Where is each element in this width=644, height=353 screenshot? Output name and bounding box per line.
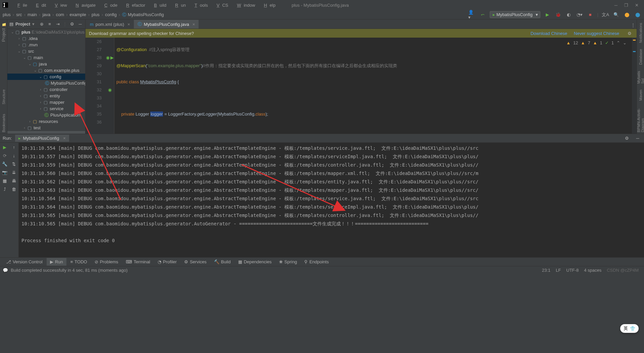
caret-position[interactable]: 23:1: [539, 268, 553, 273]
close-icon[interactable]: ×: [63, 136, 66, 141]
tree-controller[interactable]: ›▢controller: [7, 86, 85, 93]
tab-mybatis-config[interactable]: ⒸMybatisPlusConfig.java×: [134, 20, 199, 29]
maven-tool-button[interactable]: Maven: [639, 88, 643, 102]
mybatis-sql-tool-button[interactable]: Mybatis Sql: [637, 70, 644, 85]
bottom-tab-endpoints[interactable]: ⚲Endpoints: [301, 258, 332, 266]
stop-icon[interactable]: ⟳: [3, 153, 7, 158]
menu-build[interactable]: Build: [149, 1, 169, 9]
tree-root[interactable]: ⌄▢plus E:\ideaDaiMaSX1\plus\plus: [7, 29, 85, 35]
tree-src[interactable]: ⌄▢src: [7, 48, 85, 54]
tree-service[interactable]: ›▢service: [7, 105, 85, 112]
tabs-menu-icon[interactable]: ⋮: [629, 21, 637, 29]
tree-package[interactable]: ⌄▢com.example.plus: [7, 67, 85, 74]
project-tool-button[interactable]: Project 📁: [1, 21, 6, 43]
hide-pane-icon[interactable]: ─: [77, 20, 83, 28]
menu-window[interactable]: Window: [231, 1, 258, 9]
minimize-button[interactable]: ─: [614, 3, 618, 8]
bottom-tab-dependencies[interactable]: ▦Dependencies: [235, 258, 275, 266]
console-output[interactable]: 10:31:10.554 [main] DEBUG com.baomidou.m…: [19, 143, 644, 257]
layout-icon[interactable]: ▦: [3, 178, 7, 183]
bottom-tab-spring[interactable]: ❀Spring: [276, 258, 301, 266]
tree-config[interactable]: ⌄▢config: [7, 74, 85, 80]
stop-button[interactable]: ■: [587, 11, 594, 18]
spring-bean-icon[interactable]: ◉: [106, 54, 110, 62]
bottom-tab-run[interactable]: ▶Run: [47, 258, 66, 266]
soft-wrap-icon[interactable]: ⇅: [12, 162, 16, 167]
expand-all-icon[interactable]: ≡: [47, 20, 53, 28]
crumb-example[interactable]: example: [70, 12, 86, 17]
search-everywhere-icon[interactable]: 🔍: [612, 11, 620, 18]
tree-mvn[interactable]: ›▢.mvn: [7, 42, 85, 48]
never-suggest-link[interactable]: Never suggest Chinese: [574, 31, 619, 36]
menu-code[interactable]: Code: [99, 1, 120, 9]
bottom-tab-version-control[interactable]: ⎇Version Control: [3, 258, 46, 266]
build-hammer-icon[interactable]: ⤺: [479, 11, 486, 18]
menu-tools[interactable]: Tools: [189, 1, 211, 9]
tree-mapper[interactable]: ›▢mapper: [7, 99, 85, 105]
crumb-java[interactable]: java: [42, 12, 50, 17]
ide-update-icon[interactable]: ⬤: [623, 11, 631, 18]
breadcrumbs[interactable]: plus›src›main›java›com›example›plus›conf…: [3, 12, 164, 18]
tree-java[interactable]: ⌄▢java: [7, 61, 85, 67]
project-pane-title[interactable]: Project: [15, 21, 30, 27]
run-config-selector[interactable]: ▸ MybatisPlusConfig▾: [490, 11, 540, 18]
ime-indicator[interactable]: 英👕: [620, 324, 639, 333]
translate-icon[interactable]: 文A: [602, 11, 609, 18]
bottom-tab-build[interactable]: 🔨Build: [211, 258, 234, 266]
menu-run[interactable]: Run: [170, 1, 189, 9]
notifications-tool-button[interactable]: Notifications: [639, 21, 643, 44]
tree-entity[interactable]: ›▢entity: [7, 93, 85, 99]
line-separator[interactable]: LF: [553, 268, 564, 273]
code-editor[interactable]: 2627282930313233343536 ◉▶ ◉ @Configurati…: [86, 38, 637, 134]
collapse-all-icon[interactable]: ⇥: [55, 20, 61, 28]
bottom-tab-profiler[interactable]: ◔Profiler: [154, 258, 180, 266]
tree-resources[interactable]: ›▢resources: [7, 118, 85, 125]
bookmarks-tool-button[interactable]: Bookmarks: [2, 113, 6, 134]
banner-settings-icon[interactable]: ⚙: [626, 30, 633, 37]
settings-icon[interactable]: ⚙: [69, 20, 75, 28]
tree-scrollbar[interactable]: [7, 131, 85, 134]
bottom-tab-problems[interactable]: ⊘Problems: [91, 258, 122, 266]
project-tree[interactable]: ⌄▢plus E:\ideaDaiMaSX1\plus\plus ›▢.idea…: [7, 29, 85, 134]
run-gutter-icon[interactable]: ▶: [110, 54, 114, 62]
print-icon[interactable]: 🖶: [12, 178, 16, 183]
avatar-icon[interactable]: ⬤: [634, 11, 641, 18]
tree-test[interactable]: ›▢test: [7, 125, 85, 131]
hide-run-icon[interactable]: ─: [634, 135, 641, 142]
rerun-icon[interactable]: ▶: [3, 145, 6, 150]
run-button[interactable]: ▶: [544, 11, 551, 18]
database-tool-button[interactable]: Database: [639, 48, 643, 66]
up-icon[interactable]: ↑: [13, 145, 15, 150]
close-icon[interactable]: ×: [127, 22, 130, 27]
bpmn-tool-button[interactable]: BPMN-Activiti-Diagram: [637, 105, 644, 134]
select-opened-file-icon[interactable]: ⊕: [39, 20, 45, 28]
file-encoding[interactable]: UTF-8: [564, 268, 581, 273]
camera-icon[interactable]: 📷: [2, 170, 7, 175]
status-icon[interactable]: 💬: [3, 268, 8, 273]
tree-mybatis-config[interactable]: ⒸMybatisPlusConfig: [7, 80, 85, 86]
coverage-button[interactable]: ◐: [565, 11, 573, 18]
crumb-main[interactable]: main: [28, 12, 37, 17]
tree-main[interactable]: ⌄▢main: [7, 54, 85, 61]
bottom-tab-terminal[interactable]: ⌨Terminal: [122, 258, 154, 266]
code-body[interactable]: @Configuration //注入spring容器管理 @MapperSca…: [114, 38, 637, 134]
crumb-src[interactable]: src: [16, 12, 22, 17]
close-button[interactable]: ✕: [635, 3, 639, 8]
profile-button[interactable]: ◔▾: [576, 11, 583, 18]
tree-plus-application[interactable]: ⒸPlusApplication: [7, 112, 85, 118]
exit-icon[interactable]: ⤴: [4, 187, 6, 192]
crumb-plus[interactable]: plus: [92, 12, 100, 17]
menu-help[interactable]: Help: [259, 1, 278, 9]
spring-bean-icon[interactable]: ◉: [106, 86, 114, 94]
crumb-com[interactable]: com: [56, 12, 64, 17]
run-tab[interactable]: ▸MybatisPlusConfig×: [15, 135, 69, 142]
scroll-to-end-icon[interactable]: ⇊: [12, 170, 16, 175]
indent-config[interactable]: 4 spaces: [581, 268, 604, 273]
maximize-button[interactable]: ❐: [624, 3, 628, 8]
structure-tool-button[interactable]: Structure: [2, 88, 6, 106]
bottom-tab-todo[interactable]: ≡TODO: [67, 258, 91, 266]
download-chinese-link[interactable]: Download Chinese: [531, 31, 567, 36]
wrench-icon[interactable]: 🔧: [2, 162, 7, 167]
menu-view[interactable]: View: [49, 1, 69, 9]
user-icon[interactable]: 👤▾: [468, 11, 476, 18]
